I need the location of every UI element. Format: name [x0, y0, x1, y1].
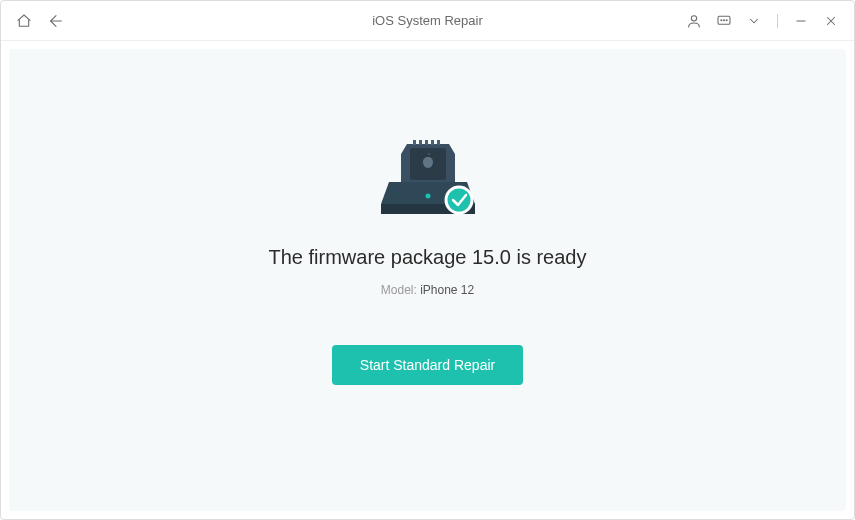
svg-rect-11: [419, 140, 422, 145]
svg-rect-13: [431, 140, 434, 145]
svg-rect-14: [437, 140, 440, 145]
titlebar-separator: [777, 14, 778, 28]
close-icon[interactable]: [822, 12, 840, 30]
model-label: Model:: [381, 283, 417, 297]
main-content: The firmware package 15.0 is ready Model…: [9, 49, 846, 511]
model-value: iPhone 12: [420, 283, 474, 297]
back-icon[interactable]: [47, 12, 65, 30]
svg-point-15: [446, 187, 472, 213]
home-icon[interactable]: [15, 12, 33, 30]
headline-prefix: The firmware package: [269, 246, 467, 268]
dropdown-icon[interactable]: [745, 12, 763, 30]
firmware-device-icon: [373, 134, 483, 224]
titlebar-right: [685, 12, 840, 30]
svg-point-0: [691, 15, 696, 20]
svg-rect-10: [413, 140, 416, 145]
svg-point-2: [721, 19, 722, 20]
feedback-icon[interactable]: [715, 12, 733, 30]
firmware-version: 15.0: [472, 246, 511, 268]
app-window: iOS System Repair: [0, 0, 855, 520]
model-line: Model: iPhone 12: [381, 283, 474, 297]
svg-point-3: [724, 19, 725, 20]
titlebar-left: [15, 12, 65, 30]
user-icon[interactable]: [685, 12, 703, 30]
headline: The firmware package 15.0 is ready: [269, 246, 587, 269]
titlebar: iOS System Repair: [1, 1, 854, 41]
minimize-icon[interactable]: [792, 12, 810, 30]
svg-point-7: [425, 194, 430, 199]
window-title: iOS System Repair: [372, 13, 483, 28]
svg-rect-12: [425, 140, 428, 145]
svg-point-4: [726, 19, 727, 20]
start-repair-button[interactable]: Start Standard Repair: [332, 345, 523, 385]
headline-suffix: is ready: [516, 246, 586, 268]
